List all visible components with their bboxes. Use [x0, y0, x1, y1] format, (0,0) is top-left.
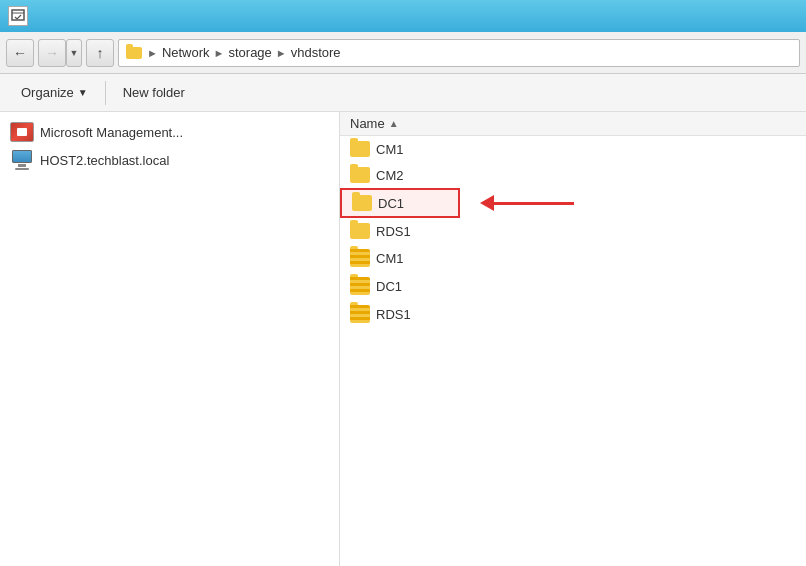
vhd-icon	[350, 305, 370, 323]
address-bar: ← → ▼ ↑ ► Network ► storage ► vhdstore	[0, 32, 806, 74]
toolbar-divider	[105, 81, 106, 105]
column-name: Name	[350, 116, 385, 131]
sidebar: Microsoft Management... HOST2.techblast.…	[0, 112, 340, 566]
list-item[interactable]: CM1	[340, 136, 806, 162]
nav-dropdown[interactable]: ▼	[66, 39, 82, 67]
breadcrumb-sep-1: ►	[147, 47, 158, 59]
file-name: CM1	[376, 142, 403, 157]
folder-icon	[350, 141, 370, 157]
arrow-line	[494, 202, 574, 205]
window-icon	[8, 6, 28, 26]
folder-icon	[350, 167, 370, 183]
list-item[interactable]: CM2	[340, 162, 806, 188]
toolbar: Organize ▼ New folder	[0, 74, 806, 112]
breadcrumb[interactable]: ► Network ► storage ► vhdstore	[118, 39, 800, 67]
file-list-header: Name ▲	[340, 112, 806, 136]
file-name: RDS1	[376, 224, 411, 239]
list-item[interactable]: RDS1	[340, 218, 806, 244]
organize-label: Organize	[21, 85, 74, 100]
arrow-head	[480, 195, 494, 211]
list-item[interactable]: RDS1	[340, 300, 806, 328]
file-name: CM2	[376, 168, 403, 183]
new-folder-button[interactable]: New folder	[112, 79, 196, 107]
folder-icon	[352, 195, 372, 211]
list-item[interactable]: DC1	[340, 272, 806, 300]
back-button[interactable]: ←	[6, 39, 34, 67]
sidebar-item-mmc[interactable]: Microsoft Management...	[4, 118, 335, 146]
vhd-icon	[350, 249, 370, 267]
computer-icon	[10, 150, 34, 170]
breadcrumb-storage[interactable]: storage	[228, 45, 271, 60]
dc1-folder-container: DC1	[340, 188, 806, 218]
file-list: Name ▲ CM1 CM2 DC1 RD	[340, 112, 806, 566]
file-name-dc1: DC1	[378, 196, 404, 211]
organize-dropdown-arrow: ▼	[78, 87, 88, 98]
organize-button[interactable]: Organize ▼	[10, 79, 99, 107]
breadcrumb-folder-icon	[125, 44, 143, 62]
sidebar-item-host2[interactable]: HOST2.techblast.local	[4, 146, 335, 174]
sidebar-label-mmc: Microsoft Management...	[40, 125, 183, 140]
main-content: Microsoft Management... HOST2.techblast.…	[0, 112, 806, 566]
breadcrumb-sep-3: ►	[276, 47, 287, 59]
forward-button[interactable]: →	[38, 39, 66, 67]
file-name: DC1	[376, 279, 402, 294]
breadcrumb-network[interactable]: Network	[162, 45, 210, 60]
list-item-dc1[interactable]: DC1	[340, 188, 460, 218]
folder-icon	[350, 223, 370, 239]
mmc-icon	[10, 122, 34, 142]
list-item[interactable]: CM1	[340, 244, 806, 272]
new-folder-label: New folder	[123, 85, 185, 100]
file-name: CM1	[376, 251, 403, 266]
sidebar-label-host2: HOST2.techblast.local	[40, 153, 169, 168]
title-bar	[0, 0, 806, 32]
file-name: RDS1	[376, 307, 411, 322]
annotation-arrow	[480, 195, 786, 211]
up-button[interactable]: ↑	[86, 39, 114, 67]
sort-arrow: ▲	[389, 118, 399, 129]
vhd-icon	[350, 277, 370, 295]
breadcrumb-sep-2: ►	[214, 47, 225, 59]
breadcrumb-vhdstore[interactable]: vhdstore	[291, 45, 341, 60]
